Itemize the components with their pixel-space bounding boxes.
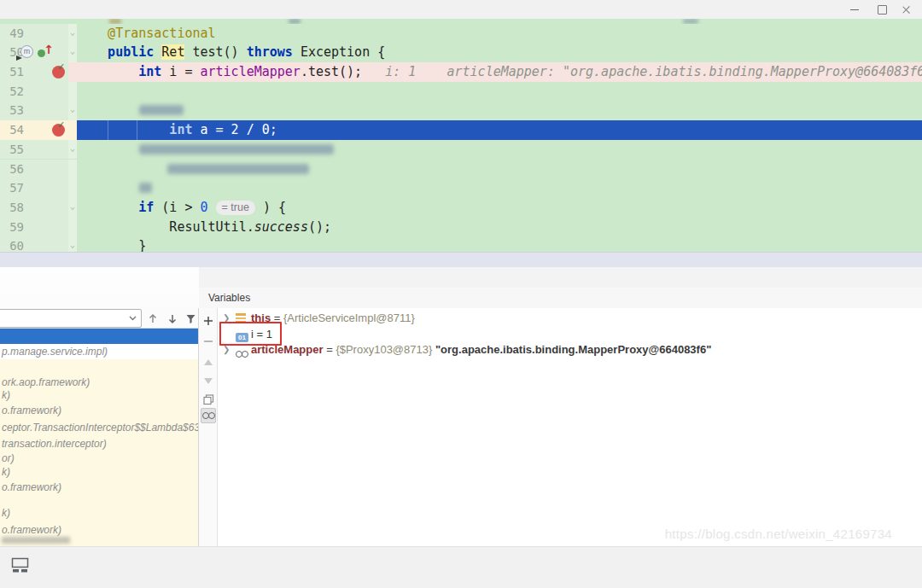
variables-panel-title: Variables: [208, 288, 250, 308]
code-token: .test();: [301, 64, 362, 79]
fold-toggle-icon[interactable]: ⌄: [68, 144, 77, 154]
code-token: 0: [200, 200, 207, 215]
line-number[interactable]: 56: [3, 160, 24, 179]
code-line-background: [77, 82, 922, 102]
code-line[interactable]: 53⌄: [0, 101, 922, 120]
variables-panel[interactable]: ❯this = {ArticleServiceImpl@8711}01i = 1…: [218, 308, 922, 546]
status-bar: 1:1: [0, 546, 922, 588]
code-token: articleMapper: [200, 64, 300, 79]
code-token: [416, 64, 446, 79]
down-arrow-icon: [167, 313, 178, 324]
stack-frame[interactable]: k): [2, 507, 10, 519]
code-token: ();: [308, 219, 331, 235]
frame-up-button[interactable]: [145, 311, 160, 326]
line-number[interactable]: 52: [3, 82, 24, 102]
code-line[interactable]: 60⌄}: [0, 236, 922, 252]
remove-watch-button[interactable]: [201, 334, 216, 349]
variable-row[interactable]: 01i = 1: [218, 327, 922, 343]
code-line[interactable]: 57: [0, 178, 922, 198]
equals-sign: =: [324, 343, 336, 356]
move-down-button[interactable]: [201, 373, 216, 388]
stack-frame[interactable]: o.framework): [2, 405, 61, 416]
close-icon: [902, 5, 911, 15]
line-number[interactable]: 53: [3, 101, 24, 120]
editor-footer-band: [0, 252, 922, 269]
fold-strip: [68, 178, 77, 198]
frames-list[interactable]: p.manage.service.impl)ork.aop.framework)…: [0, 329, 198, 546]
close-button[interactable]: [893, 0, 919, 19]
code-line[interactable]: 51int i = articleMapper.test(); i: 1 art…: [0, 62, 922, 82]
code-token: throws: [247, 44, 293, 60]
stack-frame-selected[interactable]: [0, 329, 198, 344]
code-text: public Ret test() throws Exception {: [0, 43, 922, 62]
minus-icon: [203, 336, 213, 346]
code-line[interactable]: 54int a = 2 / 0;: [0, 120, 922, 140]
blurred-frame-fragment: [2, 537, 70, 544]
fold-strip: [68, 160, 77, 179]
inline-debug-hint: articleMapper: "org.apache.ibatis.bindin…: [446, 64, 922, 79]
stack-frame[interactable]: o.framework): [2, 524, 61, 536]
code-token: ResultUtil.: [169, 219, 254, 235]
code-token: (i >: [154, 200, 200, 215]
code-text: if (i > 0 = true ) {: [0, 198, 922, 218]
code-text: int i = articleMapper.test(); i: 1 artic…: [0, 62, 922, 82]
triangle-up-icon: [204, 359, 213, 365]
red-annotation-box: [219, 322, 282, 346]
maximize-button[interactable]: [869, 0, 895, 19]
code-token: [208, 200, 216, 215]
code-editor[interactable]: 49⌄@Transactional50m⌄public Ret test() t…: [0, 19, 922, 252]
code-token: i =: [161, 64, 200, 79]
copy-icon: [203, 394, 214, 405]
stack-frame[interactable]: ork.aop.framework): [2, 376, 90, 388]
chevron-down-icon: [129, 316, 137, 321]
stack-frame[interactable]: ceptor.TransactionInterceptor$$Lambda$63…: [2, 422, 198, 434]
add-watch-button[interactable]: [201, 313, 216, 329]
code-line[interactable]: 58⌄if (i > 0 = true ) {: [0, 198, 922, 218]
variable-row[interactable]: ❯this = {ArticleServiceImpl@8711}: [218, 311, 922, 327]
inline-eval-hint: = true: [216, 201, 255, 215]
stack-frame[interactable]: o.framework): [2, 481, 61, 493]
minimize-icon: [850, 9, 859, 10]
stack-frame[interactable]: or): [2, 452, 15, 464]
code-text: ResultUtil.success();: [0, 218, 922, 237]
code-token: if: [138, 200, 154, 215]
stack-frame[interactable]: k): [2, 389, 10, 401]
code-line[interactable]: 59ResultUtil.success();: [0, 218, 922, 237]
maximize-icon: [878, 5, 887, 15]
code-token: success: [254, 219, 308, 235]
fold-strip: [68, 82, 77, 102]
code-line[interactable]: 50m⌄public Ret test() throws Exception {: [0, 43, 922, 62]
watches-infinity-icon: [202, 412, 215, 419]
stack-frame[interactable]: k): [2, 466, 10, 478]
stack-frame[interactable]: p.manage.service.impl): [2, 346, 108, 358]
watermark-text: https://blog.csdn.net/weixin_42169734: [665, 527, 892, 541]
line-number[interactable]: 57: [3, 178, 24, 198]
minimize-button[interactable]: [842, 0, 867, 19]
move-up-button[interactable]: [201, 354, 216, 370]
filter-frames-button[interactable]: [183, 311, 198, 326]
variable-row[interactable]: ❯articleMapper = {$Proxy103@8713} "org.a…: [218, 342, 922, 358]
blurred-code-fragment: [139, 105, 184, 115]
code-token: }: [138, 238, 146, 252]
code-line[interactable]: 52: [0, 82, 922, 102]
ide-debug-screenshot: 49⌄@Transactional50m⌄public Ret test() t…: [0, 0, 922, 588]
code-token: @Transactional: [108, 26, 215, 41]
code-line[interactable]: 49⌄@Transactional: [0, 24, 922, 44]
line-number[interactable]: 55: [3, 140, 24, 160]
code-token: Exception {: [293, 44, 385, 60]
code-line[interactable]: 56: [0, 160, 922, 179]
filter-funnel-icon: [185, 313, 196, 324]
code-line[interactable]: 55⌄: [0, 140, 922, 160]
inline-debug-hint: i: 1: [385, 64, 416, 79]
show-watches-button[interactable]: [201, 408, 216, 423]
variable-text: articleMapper = {$Proxy103@8713} "org.ap…: [251, 342, 711, 358]
frame-down-button[interactable]: [165, 311, 180, 326]
code-line-background: [77, 178, 922, 198]
window-dock-icon[interactable]: [11, 557, 30, 576]
variable-value: {$Proxy103@8713}: [336, 343, 435, 356]
duplicate-watch-button[interactable]: [201, 392, 216, 407]
thread-selector-dropdown[interactable]: [0, 309, 142, 328]
fold-toggle-icon[interactable]: ⌄: [68, 105, 77, 115]
stack-frame[interactable]: transaction.interceptor): [2, 438, 107, 450]
variable-value: {ArticleServiceImpl@8711}: [283, 311, 415, 324]
